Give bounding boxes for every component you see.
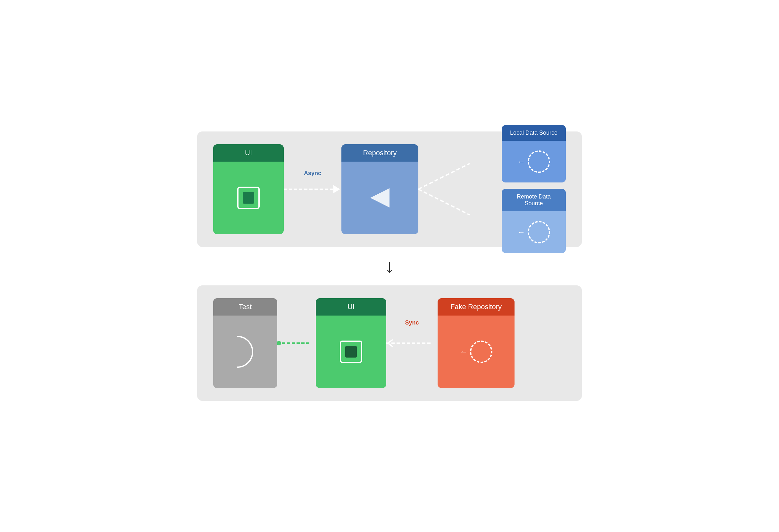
svg-marker-1 — [334, 185, 340, 193]
top-diagram: UI Async — [197, 131, 582, 247]
ui-box-bottom: UI — [316, 298, 386, 388]
repo-box-body — [342, 162, 418, 234]
ui-to-fake-line-svg — [386, 335, 437, 351]
ui-box-bottom-header: UI — [316, 298, 386, 315]
test-box-header: Test — [213, 298, 277, 315]
svg-point-6 — [277, 341, 281, 345]
svg-line-3 — [418, 164, 470, 189]
async-line-svg — [284, 180, 342, 199]
fake-arrow-icon: ← — [460, 347, 467, 356]
diagram-container: UI Async — [197, 131, 582, 401]
ui-box-top-body — [213, 162, 284, 234]
fake-repo-label: Fake Repository — [451, 303, 502, 311]
arrow-down-symbol: ↓ — [385, 256, 394, 276]
ui-inner-icon-bottom — [345, 346, 357, 358]
local-source-label: Local Data Source — [510, 129, 557, 136]
ui-label-top: UI — [245, 149, 252, 157]
bottom-diagram: Test UI — [197, 285, 582, 401]
repo-triangle-icon — [367, 185, 393, 211]
local-source-header: Local Data Source — [502, 125, 566, 141]
test-label: Test — [239, 303, 252, 311]
ui-box-bottom-body — [316, 315, 386, 388]
down-arrow: ↓ — [385, 256, 394, 276]
ui-box-top: UI — [213, 144, 284, 234]
test-box-body — [213, 315, 277, 388]
source-lines-svg — [418, 144, 566, 234]
test-half-circle-icon — [237, 336, 253, 368]
repo-box: Repository — [342, 144, 418, 234]
ui-inner-icon-top — [243, 192, 254, 203]
ui-label-bottom: UI — [348, 303, 355, 311]
svg-marker-2 — [370, 188, 390, 208]
repo-label: Repository — [363, 149, 397, 157]
repo-box-header: Repository — [342, 144, 418, 162]
test-box: Test — [213, 298, 277, 388]
ui-box-top-header: UI — [213, 144, 284, 162]
fake-circle-arrow: ← — [460, 341, 492, 363]
svg-line-4 — [418, 189, 470, 215]
fake-repo-header: Fake Repository — [437, 298, 515, 315]
test-to-ui-line-svg — [277, 335, 316, 351]
ui-inner-square-bottom — [340, 341, 362, 363]
async-label: Async — [304, 170, 321, 177]
fake-repo-body: ← — [437, 315, 515, 388]
fake-repo-box: Fake Repository ← — [437, 298, 515, 388]
sync-label: Sync — [405, 319, 419, 326]
ui-inner-square-top — [237, 187, 260, 209]
fake-dashed-circle — [470, 341, 492, 363]
